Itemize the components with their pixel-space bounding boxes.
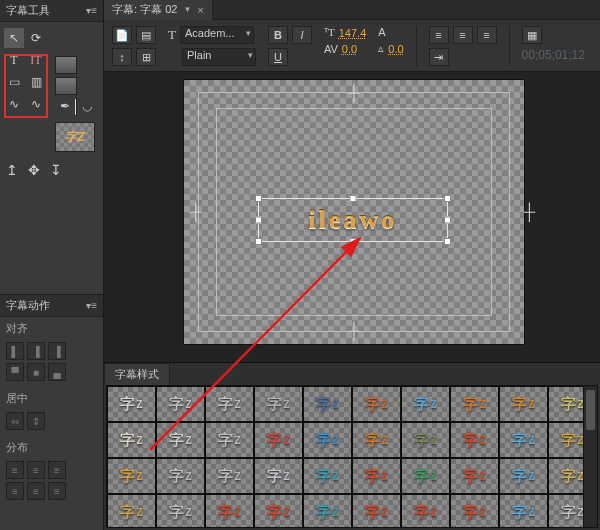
style-preset[interactable]: 字Z — [254, 494, 303, 528]
style-preset[interactable]: 字Z — [107, 386, 156, 422]
anchor-center-icon[interactable]: ✥ — [28, 162, 40, 178]
style-preset[interactable]: 字Z — [401, 458, 450, 494]
dist-2[interactable]: ≡ — [27, 461, 45, 479]
align-bottom[interactable]: ▄ — [48, 363, 66, 381]
text-selection-box[interactable]: ileawo — [258, 198, 448, 242]
style-preset[interactable]: 字Z — [107, 458, 156, 494]
style-preset[interactable]: 字Z — [352, 422, 401, 458]
style-preset[interactable]: 字Z — [156, 458, 205, 494]
roll-crawl-icon[interactable]: ↕ — [112, 48, 132, 66]
style-preset[interactable]: 字Z — [499, 422, 548, 458]
resize-handle[interactable] — [255, 195, 262, 202]
center-h[interactable]: ⇔ — [6, 412, 24, 430]
style-preset[interactable]: 字Z — [303, 458, 352, 494]
timecode-value[interactable]: 00;05;01;12 — [522, 48, 585, 62]
bold-button[interactable]: B — [268, 26, 288, 44]
vertical-area-type-tool[interactable]: ▥ — [26, 72, 46, 92]
style-preset[interactable]: 字Z — [205, 494, 254, 528]
style-preset[interactable]: 字Z — [450, 458, 499, 494]
dist-3[interactable]: ≡ — [48, 461, 66, 479]
scrollbar-thumb[interactable] — [586, 390, 595, 430]
kerning-value[interactable]: 0.0 — [342, 43, 357, 55]
align-hcenter[interactable]: ▐ — [27, 342, 45, 360]
style-preset[interactable]: 字Z — [254, 458, 303, 494]
underline-button[interactable]: U — [268, 48, 288, 66]
titler-type-icon[interactable]: 📄 — [112, 26, 132, 44]
resize-handle[interactable] — [444, 238, 451, 245]
area-type-tool[interactable]: ▭ — [4, 72, 24, 92]
dist-6[interactable]: ≡ — [48, 482, 66, 500]
document-tab[interactable]: 字幕: 字幕 02 ▼ × — [104, 0, 213, 20]
pen-tool[interactable]: ✒ — [55, 96, 75, 116]
title-thumbnail[interactable]: 字Z — [55, 122, 95, 152]
resize-handle[interactable] — [350, 195, 357, 202]
tab-close-icon[interactable]: × — [197, 4, 203, 16]
style-preset[interactable]: 字Z — [156, 494, 205, 528]
style-preset[interactable]: 字Z — [401, 422, 450, 458]
style-preset[interactable]: 字Z — [156, 422, 205, 458]
style-preset[interactable]: 字Z — [401, 494, 450, 528]
styles-tab[interactable]: 字幕样式 — [104, 363, 170, 385]
dist-1[interactable]: ≡ — [6, 461, 24, 479]
align-left-btn[interactable]: ≡ — [429, 26, 449, 44]
align-left[interactable]: ▌ — [6, 342, 24, 360]
style-preset[interactable]: 字Z — [303, 386, 352, 422]
style-preset[interactable]: 字Z — [352, 386, 401, 422]
align-vcenter[interactable]: ■ — [27, 363, 45, 381]
panel-menu-icon[interactable]: ▾≡ — [86, 300, 97, 311]
resize-handle[interactable] — [444, 195, 451, 202]
title-text[interactable]: ileawo — [259, 205, 447, 235]
resize-handle[interactable] — [255, 238, 262, 245]
align-center-btn[interactable]: ≡ — [453, 26, 473, 44]
style-preset[interactable]: 字Z — [205, 458, 254, 494]
show-video-btn[interactable]: ▦ — [522, 26, 542, 44]
anchor-bottom-icon[interactable]: ↧ — [50, 162, 62, 178]
style-preset[interactable]: 字Z — [205, 386, 254, 422]
arc-tool[interactable]: ◡ — [77, 96, 97, 116]
align-top[interactable]: ▀ — [6, 363, 24, 381]
selection-tool[interactable]: ↖ — [4, 28, 24, 48]
vertical-type-tool[interactable]: IT — [26, 50, 46, 70]
style-preset[interactable]: 字Z — [303, 494, 352, 528]
align-right-btn[interactable]: ≡ — [477, 26, 497, 44]
style-preset[interactable]: 字Z — [107, 422, 156, 458]
font-family-select[interactable]: Academ... — [180, 26, 254, 44]
style-preset[interactable]: 字Z — [450, 386, 499, 422]
style-preset[interactable]: 字Z — [205, 422, 254, 458]
rotate-tool[interactable]: ⟳ — [26, 28, 46, 48]
style-preset[interactable]: 字Z — [303, 422, 352, 458]
canvas-area[interactable]: ┼ ┼ ┼ ┼ ileawo — [104, 72, 600, 362]
dist-5[interactable]: ≡ — [27, 482, 45, 500]
style-preset[interactable]: 字Z — [401, 386, 450, 422]
style-preset[interactable]: 字Z — [499, 458, 548, 494]
tab-dropdown-icon[interactable]: ▼ — [183, 5, 191, 14]
style-preset[interactable]: 字Z — [254, 422, 303, 458]
type-tool[interactable]: T — [4, 50, 24, 70]
style-preset[interactable]: 字Z — [107, 494, 156, 528]
style-preset[interactable]: 字Z — [450, 422, 499, 458]
resize-handle[interactable] — [350, 238, 357, 245]
style-preset[interactable]: 字Z — [254, 386, 303, 422]
vertical-path-type-tool[interactable]: ∿ — [26, 94, 46, 114]
style-preset[interactable]: 字Z — [499, 386, 548, 422]
path-type-tool[interactable]: ∿ — [4, 94, 24, 114]
style-preset[interactable]: 字Z — [352, 494, 401, 528]
dist-4[interactable]: ≡ — [6, 482, 24, 500]
templates-2-icon[interactable]: ⊞ — [136, 48, 156, 66]
styles-scrollbar[interactable] — [583, 386, 597, 527]
swatch-grey-2[interactable] — [55, 77, 77, 95]
font-size-value[interactable]: 147.4 — [339, 27, 367, 39]
tab-stops-btn[interactable]: ⇥ — [429, 48, 449, 66]
leading-value[interactable]: 0.0 — [388, 43, 403, 55]
align-right[interactable]: ▐ — [48, 342, 66, 360]
font-style-select[interactable]: Plain — [182, 48, 256, 66]
style-preset[interactable]: 字Z — [450, 494, 499, 528]
swatch-grey[interactable] — [55, 56, 77, 74]
anchor-top-icon[interactable]: ↥ — [6, 162, 18, 178]
center-v[interactable]: ⇕ — [27, 412, 45, 430]
style-preset[interactable]: 字Z — [156, 386, 205, 422]
italic-button[interactable]: I — [292, 26, 312, 44]
style-preset[interactable]: 字Z — [352, 458, 401, 494]
style-preset[interactable]: 字Z — [499, 494, 548, 528]
templates-icon[interactable]: ▤ — [136, 26, 156, 44]
